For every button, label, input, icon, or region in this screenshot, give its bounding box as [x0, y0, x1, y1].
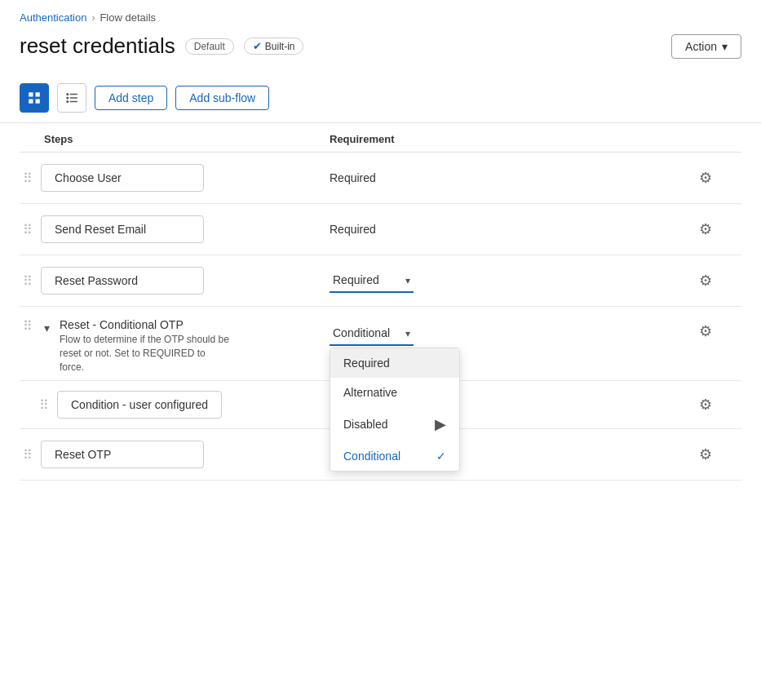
dropdown-item-required[interactable]: Required — [330, 348, 459, 378]
step-box: Choose User — [41, 164, 204, 192]
builtin-check-icon: ✔ — [253, 40, 262, 52]
requirement-text: Required — [330, 171, 376, 184]
gear-button[interactable]: ⚙ — [692, 165, 719, 191]
requirement-cell: Required — [330, 223, 692, 236]
step-box: Reset Password — [41, 267, 204, 295]
actions-cell: ⚙ — [692, 216, 741, 242]
drag-handle-icon[interactable]: ⠿ — [36, 397, 51, 413]
subflow-name: Reset - Conditional OTP — [60, 318, 330, 331]
page-title: reset credentials — [20, 33, 175, 59]
dropdown-item-disabled[interactable]: Disabled ▶ — [330, 407, 459, 441]
svg-rect-8 — [70, 97, 77, 99]
col-requirement-header: Requirement — [330, 133, 692, 145]
table-view-icon — [27, 91, 42, 105]
badge-default: Default — [185, 38, 234, 55]
gear-button[interactable]: ⚙ — [692, 392, 719, 418]
drag-handle-icon[interactable]: ⠿ — [20, 318, 34, 334]
table-header: Steps Requirement — [20, 123, 741, 153]
drag-handle-icon[interactable]: ⠿ — [20, 273, 34, 289]
step-box: Condition - user configured — [57, 391, 222, 419]
badge-builtin: ✔ Built-in — [244, 38, 304, 55]
breadcrumb-current: Flow details — [100, 11, 156, 24]
requirement-cell: Required — [330, 171, 692, 184]
page-header: reset credentials Default ✔ Built-in Act… — [0, 30, 761, 73]
dropdown-selected-check-icon: ✓ — [436, 450, 446, 463]
step-box: Reset OTP — [41, 441, 204, 468]
subflow-row-left: ⠿ ▾ Reset - Conditional OTP Flow to dete… — [20, 318, 330, 374]
gear-button[interactable]: ⚙ — [692, 268, 719, 294]
actions-cell: ⚙ — [692, 165, 741, 191]
svg-rect-0 — [29, 92, 33, 96]
requirement-cell: Required Alternative Disabled Conditiona… — [330, 268, 692, 293]
row-left: ⠿ Reset OTP — [20, 441, 330, 468]
col-actions-header — [692, 133, 741, 145]
dropdown-item-alternative[interactable]: Alternative — [330, 378, 459, 407]
action-chevron-icon: ▾ — [722, 40, 728, 53]
requirement-dropdown-popup: Required Alternative Disabled ▶ Conditio… — [330, 348, 460, 472]
row-left: ⠿ Send Reset Email — [20, 215, 330, 243]
svg-point-5 — [66, 97, 69, 100]
condition-actions-cell: ⚙ — [692, 392, 741, 418]
breadcrumb: Authentication › Flow details — [0, 0, 761, 30]
condition-row-left: ⠿ Condition - user configured — [20, 391, 330, 419]
svg-rect-7 — [70, 94, 77, 95]
list-view-button[interactable] — [57, 83, 86, 113]
subflow-select-wrap: Required Alternative Disabled Conditiona… — [330, 321, 414, 346]
svg-point-4 — [66, 93, 69, 95]
subflow-info: Reset - Conditional OTP Flow to determin… — [60, 318, 330, 374]
gear-button[interactable]: ⚙ — [692, 216, 719, 242]
dropdown-item-conditional[interactable]: Conditional ✓ — [330, 441, 459, 471]
breadcrumb-parent[interactable]: Authentication — [20, 11, 86, 24]
table-row: ⠿ Reset Password Required Alternative Di… — [20, 255, 741, 307]
subflow-requirement-cell: Required Alternative Disabled Conditiona… — [330, 318, 692, 346]
step-box: Send Reset Email — [41, 215, 204, 243]
subflow-row: ⠿ ▾ Reset - Conditional OTP Flow to dete… — [20, 307, 741, 381]
breadcrumb-separator: › — [91, 12, 95, 24]
table-view-button[interactable] — [20, 83, 49, 113]
row-left: ⠿ Reset Password — [20, 267, 330, 295]
col-steps-header: Steps — [20, 133, 330, 145]
toolbar: Add step Add sub-flow — [0, 73, 761, 123]
list-view-icon — [64, 91, 79, 105]
table-row: ⠿ Send Reset Email Required ⚙ — [20, 204, 741, 255]
reset-otp-actions-cell: ⚙ — [692, 441, 741, 467]
svg-rect-2 — [29, 100, 33, 104]
page-header-left: reset credentials Default ✔ Built-in — [20, 33, 303, 59]
svg-point-6 — [66, 100, 69, 103]
row-left: ⠿ Choose User — [20, 164, 330, 192]
flow-table: Steps Requirement ⠿ Choose User Required… — [0, 123, 761, 481]
svg-rect-1 — [36, 92, 40, 96]
add-subflow-button[interactable]: Add sub-flow — [175, 86, 269, 110]
collapse-button[interactable]: ▾ — [41, 320, 53, 336]
add-step-button[interactable]: Add step — [95, 86, 167, 110]
subflow-requirement-select[interactable]: Required Alternative Disabled Conditiona… — [330, 321, 414, 346]
requirement-select[interactable]: Required Alternative Disabled Conditiona… — [330, 268, 414, 293]
action-button[interactable]: Action ▾ — [671, 34, 741, 59]
gear-button[interactable]: ⚙ — [692, 318, 719, 344]
subflow-actions-cell: ⚙ — [692, 318, 741, 344]
svg-rect-9 — [70, 101, 77, 103]
drag-handle-icon[interactable]: ⠿ — [20, 447, 34, 463]
svg-rect-3 — [36, 100, 40, 104]
actions-cell: ⚙ — [692, 268, 741, 294]
subflow-description: Flow to determine if the OTP should be r… — [60, 333, 231, 374]
drag-handle-icon[interactable]: ⠿ — [20, 171, 34, 186]
cursor-pointer-icon: ▶ — [435, 415, 446, 433]
drag-handle-icon[interactable]: ⠿ — [20, 222, 34, 237]
requirement-text: Required — [330, 223, 376, 236]
table-row: ⠿ Choose User Required ⚙ — [20, 153, 741, 204]
gear-button[interactable]: ⚙ — [692, 441, 719, 467]
requirement-select-wrap: Required Alternative Disabled Conditiona… — [330, 268, 414, 293]
